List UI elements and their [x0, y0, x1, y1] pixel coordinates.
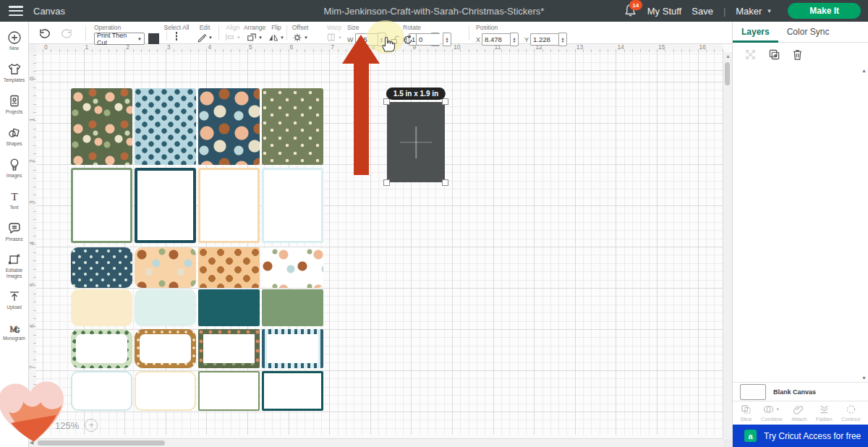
sticker-ornaments-green[interactable] — [71, 88, 132, 165]
rotate-input[interactable]: 0 — [416, 33, 440, 46]
x-stepper[interactable]: ▲▼ — [510, 33, 519, 46]
ruler-number: 5 — [28, 278, 35, 286]
sticker-frame-teal[interactable] — [135, 168, 196, 243]
menu-icon[interactable] — [9, 6, 23, 16]
width-stepper[interactable]: ▲▼ — [378, 33, 386, 46]
layers-scrollbar[interactable]: ▲ ▼ — [860, 67, 867, 382]
unlock-icon[interactable] — [390, 35, 399, 45]
rotate-icon[interactable] — [403, 35, 413, 45]
rotate-stepper[interactable]: ▲▼ — [443, 33, 451, 46]
selected-square-shape[interactable] — [387, 102, 445, 182]
canvas-h-scrollbar[interactable]: ◀ — [29, 438, 723, 447]
y-input[interactable]: 1.228 — [530, 33, 558, 46]
project-badge-icon — [7, 94, 22, 108]
sidebar-item-new[interactable]: New — [0, 25, 29, 56]
sidebar-item-templates[interactable]: Templates — [0, 56, 29, 88]
text-icon: T — [7, 190, 22, 204]
ruler-number: 4 — [28, 237, 35, 245]
edit-group[interactable]: Edit ▼ — [194, 24, 216, 44]
sticker-snow-olive[interactable] — [262, 88, 323, 165]
sticker-thin-frame-cream[interactable] — [135, 371, 196, 411]
scroll-left-icon[interactable]: ◀ — [30, 440, 33, 446]
save-link[interactable]: Save — [692, 6, 713, 17]
layers-panel: Layers Color Sync ▲ ▼ Blank Canvas Slice — [732, 22, 868, 447]
sticker-polka-tan[interactable] — [198, 247, 260, 288]
sidebar-item-images[interactable]: Images — [0, 152, 29, 184]
sticker-border-tan[interactable] — [135, 329, 196, 368]
sticker-border-blue-dash[interactable] — [262, 329, 323, 368]
sticker-solid-mint[interactable] — [135, 289, 196, 326]
sidebar-item-upload[interactable]: Upload — [0, 284, 29, 315]
sticker-polka-blue[interactable] — [135, 88, 196, 165]
sticker-solid-cream[interactable] — [71, 289, 132, 326]
sidebar-item-projects[interactable]: Projects — [0, 88, 29, 120]
h-scroll-thumb[interactable] — [38, 440, 165, 446]
select-all-group[interactable]: Select All — [161, 24, 192, 40]
sticker-mix-white[interactable] — [262, 247, 323, 288]
operation-label: Operation — [94, 24, 159, 31]
make-it-button[interactable]: Make It — [788, 3, 861, 19]
sticker-thin-frame-blue[interactable] — [71, 371, 132, 411]
design-canvas: 012345678910111213141516 012345678 — [29, 43, 732, 447]
sticker-dots-darkteal[interactable] — [71, 247, 132, 288]
select-all-icon[interactable] — [176, 32, 177, 41]
machine-selector[interactable]: Maker ▼ — [736, 6, 772, 17]
banner-text: Try Cricut Access for free — [764, 431, 861, 441]
resize-handle-bottom-right[interactable] — [442, 179, 448, 186]
list-scroll-down-icon[interactable]: ▼ — [861, 375, 867, 380]
blank-canvas-row[interactable]: Blank Canvas — [733, 382, 868, 401]
redo-icon[interactable] — [61, 27, 74, 38]
flatten-icon — [819, 404, 830, 414]
undo-icon[interactable] — [38, 27, 51, 38]
flip-group[interactable]: Flip ▼ — [266, 24, 286, 43]
sidebar-item-shapes[interactable]: Shapes — [0, 120, 29, 152]
canvas-v-scrollbar[interactable]: ▲ — [723, 52, 732, 439]
sidebar-item-text[interactable]: T Text — [0, 184, 29, 216]
arrange-group[interactable]: Arrange ▼ — [240, 24, 269, 43]
sidebar-item-phrases[interactable]: Phrases — [0, 216, 29, 247]
resize-handle-bottom-left[interactable] — [383, 179, 390, 186]
slice-button: Slice — [740, 404, 752, 422]
notifications-bell-icon[interactable]: 14 — [624, 4, 637, 18]
sticker-border-floral[interactable] — [198, 329, 260, 368]
resize-handle-top-right[interactable] — [442, 98, 448, 105]
sticker-solid-sage[interactable] — [262, 289, 323, 326]
sticker-thin-frame-olive[interactable] — [198, 371, 260, 411]
tab-layers[interactable]: Layers — [733, 22, 778, 42]
tab-color-sync[interactable]: Color Sync — [778, 22, 838, 42]
sticker-frame-peach[interactable] — [198, 168, 260, 243]
y-stepper[interactable]: ▲▼ — [558, 33, 567, 46]
trash-icon[interactable] — [792, 48, 803, 61]
group-icon — [744, 48, 757, 61]
sticker-mix-peach[interactable] — [135, 247, 196, 288]
duplicate-icon[interactable] — [768, 48, 780, 61]
sticker-ornaments-teal[interactable] — [198, 88, 260, 165]
zoom-out-button[interactable]: − — [36, 419, 49, 432]
fill-color-swatch[interactable] — [148, 33, 159, 44]
warp-group: Warp ▼ — [323, 24, 346, 43]
offset-group[interactable]: Offset ▼ — [288, 24, 312, 44]
offset-label: Offset — [288, 24, 312, 31]
scroll-up-icon[interactable]: ▲ — [726, 54, 731, 59]
my-stuff-link[interactable]: My Stuff — [647, 6, 681, 17]
width-input[interactable]: 1.5 — [355, 33, 378, 46]
cricut-access-banner[interactable]: a Try Cricut Access for free — [733, 425, 868, 447]
sidebar-item-monogram[interactable]: MG Monogram — [0, 315, 29, 347]
notification-count-badge: 14 — [629, 0, 642, 10]
operation-dropdown[interactable]: Print Then Cut▼ — [94, 33, 145, 45]
sticker-solid-darkteal[interactable] — [198, 289, 260, 326]
x-input[interactable]: 8.478 — [482, 33, 510, 46]
attach-icon — [793, 404, 804, 414]
sticker-frame-sage[interactable] — [71, 168, 132, 243]
sticker-border-green-dots[interactable] — [71, 329, 132, 368]
flip-label: Flip — [266, 24, 286, 31]
sticker-thin-frame-darkteal[interactable] — [262, 371, 323, 411]
sticker-frame-lightblue[interactable] — [262, 168, 323, 243]
v-scroll-thumb[interactable] — [725, 62, 730, 85]
ruler-number: 4 — [208, 43, 211, 51]
zoom-in-button[interactable]: + — [85, 419, 98, 432]
list-scroll-up-icon[interactable]: ▲ — [861, 68, 867, 73]
rotate-label: Rotate — [403, 24, 451, 31]
sidebar-item-editable-images[interactable]: Editable Images — [0, 247, 29, 284]
resize-handle-top-left[interactable] — [383, 98, 390, 105]
